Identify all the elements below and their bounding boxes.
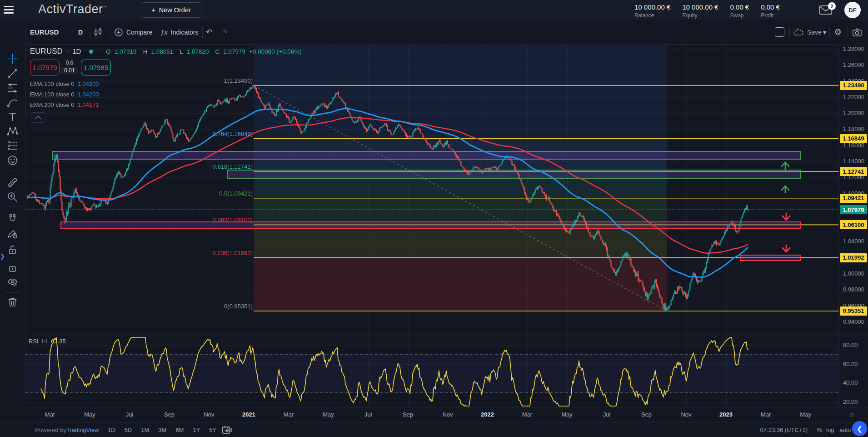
zoom-in-tool[interactable] — [6, 191, 19, 203]
price-chart-canvas[interactable] — [25, 44, 838, 407]
price-tick: 1.04000 — [843, 238, 864, 245]
profit-summary: 0.00 €Profit — [761, 3, 780, 19]
time-label: Jul — [126, 411, 134, 418]
fib-level-label-0.764[interactable]: 0.764(1.16849) — [213, 131, 253, 137]
fx-icon: ƒx — [160, 28, 168, 36]
time-label: Sep — [403, 411, 413, 418]
rsi-name: RSI — [29, 338, 39, 345]
range-button-1d[interactable]: 1D — [105, 426, 119, 434]
powered-by-label: Powered by — [35, 422, 66, 437]
save-button[interactable]: Save — [793, 20, 822, 44]
hide-drawings-tool[interactable] — [6, 276, 19, 288]
time-label: Mar — [761, 411, 771, 418]
fib-level-label-0.5[interactable]: 0.5(1.09421) — [219, 190, 253, 197]
time-label: Mar — [45, 411, 55, 418]
crosshair-tool[interactable] — [6, 53, 19, 65]
range-button-5d[interactable]: 5D — [121, 426, 135, 434]
legend-separator: · — [66, 47, 69, 55]
avatar[interactable]: DF — [844, 2, 861, 18]
layout-button[interactable] — [775, 20, 784, 44]
range-button-5y[interactable]: 5Y — [206, 426, 219, 434]
panel-expand-arrow[interactable]: ❮ — [0, 253, 5, 260]
settings-gear-icon[interactable]: ⚙ — [834, 20, 842, 44]
legend-symbol[interactable]: EURUSD — [30, 47, 63, 56]
drawing-mode-tool[interactable] — [6, 228, 19, 240]
screenshot-button[interactable] — [852, 20, 862, 44]
price-tick: 1.18000 — [843, 126, 864, 132]
equity-value: 10 000.00 € — [682, 3, 718, 11]
time-label: May — [323, 411, 334, 418]
redo-button[interactable]: ↷ — [221, 20, 228, 44]
range-button-1m[interactable]: 1M — [138, 426, 152, 434]
indicator-row-2[interactable]: EMA 200 close 01.04171 — [30, 101, 99, 112]
fib-level-label-0.618[interactable]: 0.618(1.12741) — [213, 163, 253, 170]
save-caret-icon[interactable]: ▾ — [823, 20, 826, 44]
time-label: Sep — [641, 411, 652, 418]
price-scale[interactable]: 1.280001.260001.240001.220001.200001.180… — [838, 44, 868, 407]
activtrader-app: ActivTrader™ + New Order 10 000.00 €Bala… — [0, 0, 868, 437]
log-scale-button[interactable]: log — [826, 422, 834, 437]
trend-line-tool[interactable] — [6, 67, 19, 80]
indicator-name: EMA — [30, 91, 42, 98]
pane-divider[interactable] — [25, 336, 868, 336]
mail-button[interactable]: 2 — [819, 5, 834, 16]
indicators-button[interactable]: ƒx Indicators — [160, 20, 199, 44]
undo-button[interactable]: ↶ — [206, 20, 212, 44]
hamburger-menu-icon[interactable] — [4, 6, 14, 14]
indicator-row-1[interactable]: EMA 100 close 01.04200 — [30, 91, 99, 101]
rsi-tick: 40.00 — [843, 379, 858, 386]
fib-retracement-tool[interactable] — [6, 82, 19, 94]
xabcd-pattern-tool[interactable] — [6, 125, 19, 137]
indicator-value: 1.04171 — [78, 101, 99, 108]
range-button-1y[interactable]: 1Y — [190, 426, 203, 434]
legend-collapse-button[interactable] — [31, 112, 45, 123]
fib-level-label-0[interactable]: 0(0.95351) — [224, 303, 253, 310]
go-to-date-button[interactable] — [221, 422, 231, 437]
low-value: 1.07820 — [187, 48, 209, 55]
lock-all-tool[interactable] — [6, 262, 19, 275]
fib-level-label-1[interactable]: 1(1.23490) — [224, 77, 253, 84]
save-label: Save — [807, 29, 822, 36]
percent-scale-button[interactable]: % — [817, 422, 822, 437]
symbol-button[interactable]: EURUSD — [30, 20, 59, 44]
time-label: 2022 — [481, 411, 494, 418]
tradingview-link[interactable]: TradingView — [66, 422, 99, 437]
collapse-panel-button[interactable]: ❮ — [852, 421, 867, 436]
text-tool[interactable] — [6, 111, 19, 123]
fib-price-label: 1.23490 — [840, 81, 867, 90]
price-tick: 1.22000 — [843, 94, 864, 100]
server-clock[interactable]: 07:23:36 (UTC+1) — [752, 422, 808, 437]
auto-scale-button[interactable]: auto — [839, 422, 851, 437]
magnet-tool[interactable] — [6, 213, 19, 225]
fib-price-label: 1.01992 — [840, 253, 867, 262]
drawing-tool-strip: ❮ — [0, 20, 25, 422]
open-value: 1.07919 — [115, 48, 137, 55]
range-button-3m[interactable]: 3M — [155, 426, 170, 434]
interval-button[interactable]: D — [78, 20, 83, 44]
unlock-tool[interactable] — [6, 244, 19, 256]
compare-button[interactable]: Compare — [114, 20, 153, 44]
price-tick: 1.26000 — [843, 61, 864, 68]
buy-ask-button[interactable]: 1.07985 — [81, 60, 111, 75]
indicator-name: EMA — [30, 101, 42, 108]
indicator-row-0[interactable]: EMA 100 close 01.04200 — [30, 80, 99, 91]
sell-bid-button[interactable]: 1.07979 — [30, 60, 60, 75]
time-axis[interactable]: ☼ MarMayJulSepNov2021MarMayJulSepNov2022… — [25, 407, 868, 422]
fib-level-label-0.236[interactable]: 0.236(1.01992) — [213, 250, 253, 256]
fib-price-label: 1.16849 — [840, 134, 867, 143]
time-label: May — [561, 411, 573, 418]
range-button-6m[interactable]: 6M — [172, 426, 187, 434]
new-order-button[interactable]: + New Order — [141, 2, 201, 18]
remove-drawings-tool[interactable] — [6, 296, 19, 308]
axis-settings-icon[interactable]: ☼ — [848, 410, 855, 418]
chart-type-button[interactable] — [94, 20, 103, 44]
forecast-tool[interactable] — [6, 140, 19, 152]
brush-tool[interactable] — [6, 97, 19, 109]
measure-ruler-tool[interactable] — [6, 176, 19, 189]
rsi-tick: 60.00 — [843, 361, 858, 367]
market-status-dot[interactable] — [89, 50, 93, 54]
emoji-tool[interactable] — [6, 154, 19, 166]
fib-level-label-0.382[interactable]: 0.382(1.06100) — [213, 216, 253, 223]
time-label: 2021 — [242, 411, 255, 418]
time-label: Sep — [164, 411, 175, 418]
